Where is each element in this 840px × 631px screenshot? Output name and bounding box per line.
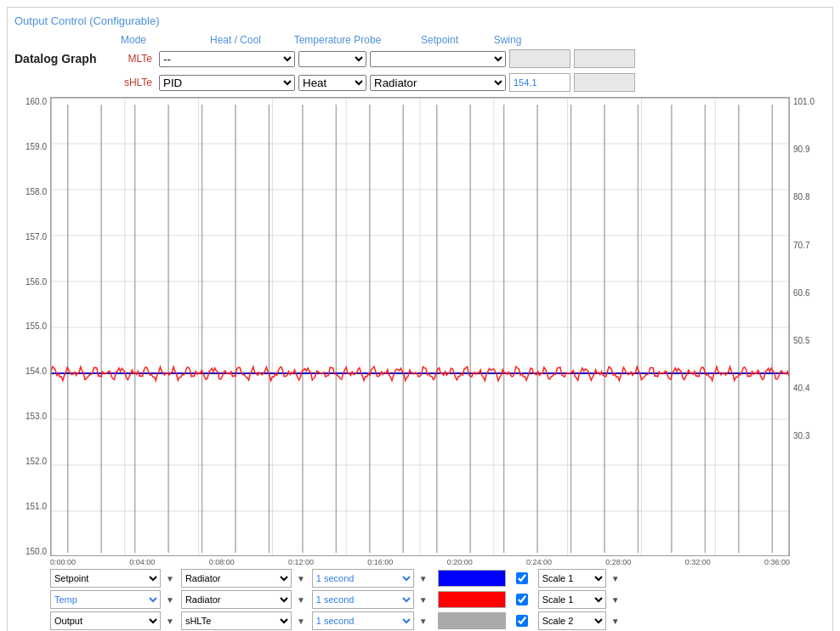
legend-0-color-box[interactable] [438, 570, 506, 587]
x-label-5: 0:20:00 [447, 558, 473, 566]
x-label-7: 0:28:00 [605, 558, 631, 566]
legend-0-arrow: ▼ [166, 574, 174, 583]
shlte-mode-select[interactable]: PID [159, 75, 295, 91]
mlte-heatcool-select[interactable] [298, 51, 366, 67]
shlte-heatcool-select[interactable]: Heat Cool [298, 75, 366, 91]
x-label-8: 0:32:00 [685, 558, 711, 566]
controls-header: Mode Heat / Cool Temperature Probe Setpo… [65, 34, 826, 46]
datalog-graph-label: Datalog Graph [14, 52, 108, 65]
x-label-1: 0:04:00 [129, 558, 155, 566]
y-axis-right: 101.0 90.9 80.8 70.7 60.6 50.5 40.4 30.3 [790, 97, 826, 556]
legend-2-interval-select[interactable]: 1 second [312, 611, 414, 630]
x-label-0: 0:00:00 [50, 558, 76, 566]
legend-0-arrow2: ▼ [297, 574, 305, 583]
mlte-mode-select[interactable]: -- [159, 51, 295, 67]
x-label-6: 0:24:00 [526, 558, 552, 566]
legend-2-color-box[interactable] [438, 612, 506, 629]
legend-2-type-select[interactable]: Setpoint Temp Output [50, 611, 161, 630]
legend-1-scale-select[interactable]: Scale 1 Scale 2 [538, 590, 606, 609]
legend-2-source-select[interactable]: sHLTe Radiator [181, 611, 292, 630]
shlte-probe-select[interactable]: Radiator [370, 75, 506, 91]
col-header-swing: Swing [474, 34, 542, 46]
x-label-4: 0:16:00 [367, 558, 393, 566]
x-label-3: 0:12:00 [288, 558, 314, 566]
shlte-label: sHLTe [108, 77, 159, 88]
legend-1-checkbox[interactable] [516, 594, 528, 605]
col-header-probe: Temperature Probe [270, 34, 406, 46]
graph-section: 160.0 159.0 158.0 157.0 156.0 155.0 154.… [14, 97, 826, 566]
legend-1-arrow2: ▼ [297, 595, 305, 605]
mlte-label: MLTe [108, 53, 159, 65]
shlte-swing-input[interactable] [574, 73, 635, 92]
col-header-mode: Mode [65, 34, 201, 46]
legend-1-color-box[interactable] [438, 591, 506, 608]
legend-1-arrow3: ▼ [419, 595, 428, 605]
mlte-setpoint-input[interactable] [509, 49, 570, 68]
legend-2-scale-arrow: ▼ [611, 617, 620, 626]
legend-2-arrow: ▼ [166, 617, 174, 626]
graph-canvas [50, 97, 790, 556]
legend-2-arrow3: ▼ [419, 617, 428, 626]
mlte-probe-select[interactable] [370, 51, 506, 67]
legend-0-interval-select[interactable]: 1 second [312, 569, 414, 588]
col-header-setpoint: Setpoint [406, 34, 474, 46]
legend-row-2: Setpoint Temp Output ▼ sHLTe Radiator ▼ … [50, 611, 826, 630]
legend-1-scale-arrow: ▼ [611, 595, 620, 605]
legend-1-interval-select[interactable]: 1 second [312, 590, 414, 609]
legend-0-checkbox[interactable] [516, 572, 528, 584]
legend-0-arrow3: ▼ [419, 574, 428, 583]
legend-0-source-select[interactable]: Radiator [181, 569, 292, 588]
legend-row-0: Setpoint Temp Output ▼ Radiator ▼ 1 seco… [50, 569, 826, 588]
legend-1-arrow: ▼ [166, 595, 174, 605]
legend-row-1: Setpoint Temp Output ▼ Radiator ▼ 1 seco… [50, 590, 826, 609]
legend-1-source-select[interactable]: Radiator [181, 590, 292, 609]
x-label-9: 0:36:00 [764, 558, 790, 566]
y-axis-left: 160.0 159.0 158.0 157.0 156.0 155.0 154.… [14, 97, 50, 556]
legend-2-scale-select[interactable]: Scale 1 Scale 2 [538, 611, 606, 630]
shlte-setpoint-input[interactable] [509, 73, 570, 92]
legend-0-scale-arrow: ▼ [611, 574, 620, 583]
legend-0-scale-select[interactable]: Scale 1 Scale 2 [538, 569, 606, 588]
legend-2-arrow2: ▼ [297, 617, 305, 626]
page-title: Output Control (Configurable) [14, 14, 826, 27]
legend-2-checkbox[interactable] [516, 615, 528, 627]
mlte-swing-input[interactable] [574, 49, 635, 68]
x-label-2: 0:08:00 [209, 558, 235, 566]
col-header-heatcool: Heat / Cool [201, 34, 270, 46]
legend-1-type-select[interactable]: Setpoint Temp Output [50, 590, 161, 609]
legend-0-type-select[interactable]: Setpoint Temp Output [50, 569, 161, 588]
